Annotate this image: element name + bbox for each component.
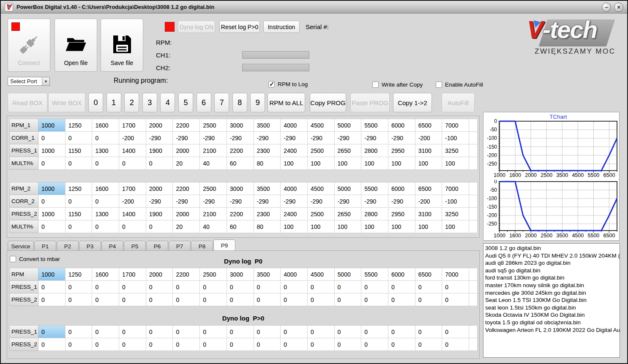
checkbox-icon[interactable] (372, 81, 379, 88)
table-cell[interactable]: -290 (227, 132, 254, 144)
table-cell[interactable]: 2300 (254, 208, 281, 220)
table-cell[interactable]: 0 (66, 293, 93, 306)
table-cell[interactable]: -290 (388, 195, 415, 208)
table-cell[interactable]: 1000 (38, 268, 66, 281)
table-cell[interactable]: 0 (92, 281, 119, 293)
table-cell[interactable]: 2950 (388, 144, 415, 157)
tab-p5[interactable]: P5 (124, 241, 146, 251)
table-cell[interactable]: 60 (227, 157, 254, 170)
table-cell[interactable]: -200 (119, 132, 146, 144)
digit-button-6[interactable]: 6 (197, 93, 211, 112)
table-cell[interactable]: 0 (335, 338, 362, 351)
table-cell[interactable]: 80 (254, 157, 281, 170)
table-cell[interactable]: 4000 (281, 182, 308, 195)
table-cell[interactable]: 0 (281, 293, 308, 306)
table-cell[interactable]: 100 (308, 220, 335, 233)
table-cell[interactable]: 2500 (308, 208, 335, 220)
table-cell[interactable]: 0 (119, 220, 146, 233)
table-cell[interactable]: -290 (388, 132, 415, 144)
table-cell[interactable]: 100 (388, 157, 415, 170)
table-cell[interactable]: 0 (254, 338, 281, 351)
digit-button-9[interactable]: 9 (250, 93, 265, 112)
file-list-item[interactable]: Skoda Octavia IV 150KM Go Digital.bin (485, 311, 620, 319)
table-cell[interactable]: 1600 (92, 268, 119, 281)
table-cell[interactable]: 0 (361, 338, 388, 351)
table-cell[interactable]: 5000 (335, 268, 362, 281)
table-cell[interactable]: 2200 (227, 208, 254, 220)
table-cell[interactable]: 1600 (92, 119, 119, 132)
table-cell[interactable]: 5000 (335, 182, 362, 195)
table-cell[interactable]: 0 (308, 293, 335, 306)
table-cell[interactable]: 6000 (388, 119, 415, 132)
digit-button-8[interactable]: 8 (232, 93, 247, 112)
table-cell[interactable]: 5500 (361, 119, 388, 132)
instruction-button[interactable]: Instruction (263, 21, 300, 33)
table-cell[interactable]: 1700 (119, 268, 146, 281)
table-cell[interactable]: 0 (200, 293, 227, 306)
close-button[interactable]: × (614, 3, 623, 12)
table-cell[interactable]: -290 (200, 195, 227, 208)
table-cell[interactable]: 0 (146, 293, 173, 306)
table-cell[interactable]: 100 (335, 220, 362, 233)
table-cell[interactable]: 0 (92, 132, 119, 144)
table-cell[interactable]: 0 (335, 326, 362, 338)
table-cell[interactable]: 0 (38, 326, 66, 338)
table-cell[interactable]: 0 (146, 157, 173, 170)
select-port-dropdown[interactable]: Select Port ▼ (8, 77, 50, 86)
table-cell[interactable]: 3100 (415, 144, 442, 157)
table-cell[interactable]: 0 (119, 281, 146, 293)
table-cell[interactable]: -200 (415, 195, 442, 208)
table-cell[interactable]: 20 (173, 157, 200, 170)
table-cell[interactable]: 1000 (38, 144, 66, 157)
digit-button-3[interactable]: 3 (142, 93, 157, 112)
file-list-item[interactable]: ford transit 130km go digital.bin (485, 274, 620, 282)
write-after-copy-checkbox[interactable]: Write after Copy (372, 81, 423, 88)
table-cell[interactable]: 1900 (146, 208, 173, 220)
table-cell[interactable]: 1000 (38, 208, 66, 220)
digit-button-5[interactable]: 5 (178, 93, 193, 112)
table-cell[interactable]: 2500 (308, 144, 335, 157)
minimize-button[interactable]: – (602, 3, 611, 12)
table-cell[interactable]: -290 (361, 132, 388, 144)
table-cell[interactable]: 2400 (281, 208, 308, 220)
table-cell[interactable]: 0 (173, 281, 200, 293)
table-cell[interactable]: -200 (415, 132, 442, 144)
table-cell[interactable]: -290 (281, 132, 308, 144)
file-list-item[interactable]: seat leon 1.5tsi 150km go digital.bin (485, 304, 620, 312)
table-cell[interactable]: 3000 (227, 119, 254, 132)
table-cell[interactable]: 0 (119, 293, 146, 306)
table-cell[interactable]: 0 (442, 293, 469, 306)
file-list-item[interactable]: Seat Leon 1.5 TSI 130KM Go Digital.bin (485, 296, 620, 304)
table-cell[interactable]: 20 (173, 220, 200, 233)
table-cell[interactable]: 0 (66, 338, 93, 351)
table-cell[interactable]: 0 (281, 338, 308, 351)
table-cell[interactable]: -290 (227, 195, 254, 208)
table-cell[interactable]: 2200 (227, 144, 254, 157)
table-cell[interactable]: 0 (66, 220, 93, 233)
file-list-item[interactable]: audi sq5 go digital.bin (485, 267, 620, 274)
table-cell[interactable]: 100 (361, 220, 388, 233)
digit-button-0[interactable]: 0 (88, 93, 103, 112)
table-cell[interactable]: 1250 (66, 182, 93, 195)
table-cell[interactable]: 0 (92, 157, 119, 170)
table-cell[interactable]: 3500 (254, 182, 281, 195)
tab-p6[interactable]: P6 (146, 241, 168, 251)
table-cell[interactable]: 5500 (361, 268, 388, 281)
table-cell[interactable]: 0 (227, 338, 254, 351)
table-cell[interactable]: 100 (442, 220, 469, 233)
table-cell[interactable]: 2400 (281, 144, 308, 157)
table-cell[interactable]: 6500 (415, 119, 442, 132)
table-cell[interactable]: 1300 (92, 208, 119, 220)
table-cell[interactable]: 2200 (173, 182, 200, 195)
table-cell[interactable]: -290 (173, 132, 200, 144)
copy-prog-button[interactable]: Copy PROG (310, 93, 346, 112)
table-cell[interactable]: 2000 (146, 119, 173, 132)
table-cell[interactable]: 0 (38, 338, 66, 351)
save-file-button[interactable]: Save file (101, 19, 143, 72)
table-cell[interactable]: 0 (388, 326, 415, 338)
table-cell[interactable]: 3000 (227, 182, 254, 195)
tab-p3[interactable]: P3 (79, 241, 101, 251)
table-cell[interactable]: 0 (146, 281, 173, 293)
table-cell[interactable]: 1000 (38, 182, 66, 195)
table-cell[interactable]: 0 (388, 338, 415, 351)
